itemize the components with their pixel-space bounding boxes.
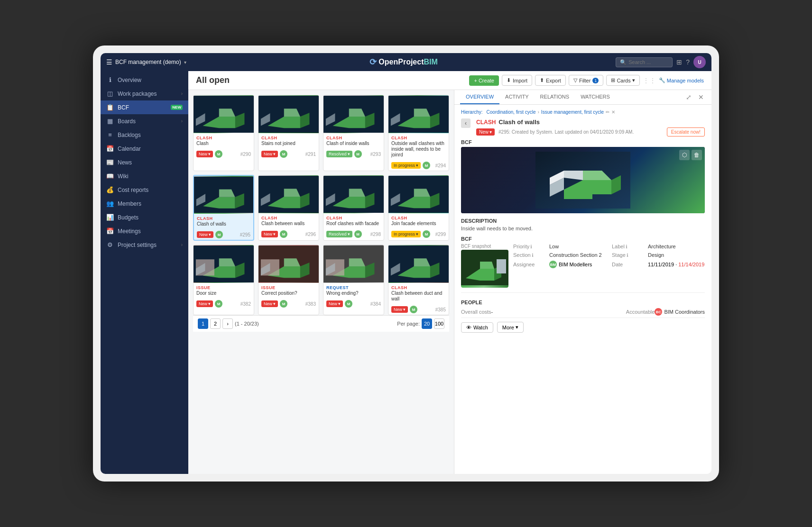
card-status[interactable]: New▾ [196, 151, 213, 157]
more-button[interactable]: More ▾ [497, 322, 524, 333]
breadcrumb-link-2[interactable]: Issue management, first cycle [541, 109, 604, 115]
bcf-3d-button[interactable]: ⬡ [679, 150, 690, 160]
breadcrumb-edit-icon[interactable]: ✏ [606, 109, 609, 115]
cards-button[interactable]: ⊞ Cards ▾ [606, 75, 639, 86]
priority-label: Priority ℹ [513, 244, 546, 249]
per-page-20[interactable]: 20 [422, 318, 432, 329]
card-img [194, 95, 254, 133]
card-status[interactable]: In progress▾ [391, 162, 421, 169]
card-299[interactable]: CLASH Join facade elements In progress▾ … [388, 175, 449, 241]
news-icon: 📰 [106, 159, 114, 166]
card-assignee: M [215, 231, 223, 238]
card-382[interactable]: ISSUE Door size New▾ M #382 [193, 245, 254, 315]
stage-info-icon[interactable]: ℹ [627, 253, 628, 258]
help-icon[interactable]: ? [686, 58, 690, 66]
avatar[interactable]: U [693, 56, 706, 68]
tab-watchers[interactable]: WATCHERS [575, 90, 616, 104]
card-status[interactable]: New▾ [326, 300, 343, 307]
grid-icon[interactable]: ⊞ [676, 58, 682, 66]
sidebar-item-cost-reports[interactable]: 💰 Cost reports [101, 183, 188, 197]
card-290[interactable]: CLASH Clash New▾ M #290 [193, 95, 254, 171]
sidebar-label-budgets: Budgets [118, 214, 183, 221]
filter-button[interactable]: ▽ Filter 1 [569, 75, 603, 86]
wiki-icon: 📖 [106, 173, 114, 180]
sidebar-item-members[interactable]: 👥 Members [101, 197, 188, 210]
card-status[interactable]: New▾ [261, 151, 278, 157]
import-button[interactable]: ⬇ Import [502, 75, 532, 86]
card-298[interactable]: CLASH Roof clashes with facade Resolved▾… [323, 175, 384, 241]
date-label: Date [612, 262, 645, 267]
breadcrumb-text: Hierarchy: [461, 109, 483, 115]
page-2-button[interactable]: 2 [210, 318, 221, 329]
sidebar-label-cost-reports: Cost reports [118, 187, 183, 193]
breadcrumb-close-icon[interactable]: ✕ [611, 109, 615, 115]
card-img-svg [258, 245, 319, 283]
create-button[interactable]: + Create [469, 75, 499, 86]
card-num: #294 [435, 163, 446, 168]
assignee-label: Assignee [513, 262, 546, 267]
close-detail-button[interactable]: ✕ [696, 92, 706, 102]
project-dropdown-icon[interactable]: ▾ [184, 60, 186, 65]
card-title: Clash [196, 141, 251, 146]
sidebar-item-bcf[interactable]: 📋 BCF NEW [101, 100, 188, 114]
card-296[interactable]: CLASH Clash between walls New▾ M #296 [258, 175, 319, 241]
import-icon: ⬇ [507, 77, 511, 83]
priority-info-icon[interactable]: ℹ [530, 244, 532, 249]
card-footer: New▾ M #296 [258, 229, 319, 239]
card-status[interactable]: New▾ [391, 306, 408, 313]
sidebar-item-boards[interactable]: ▦ Boards › [101, 114, 188, 128]
stage-value: Design [648, 252, 664, 258]
manage-icon: 🔧 [659, 77, 665, 83]
top-bar-left: ☰ BCF management (demo) ▾ [106, 58, 192, 66]
tab-relations[interactable]: RELATIONS [535, 90, 575, 104]
bcf-section-title: BCF [461, 139, 705, 145]
card-status[interactable]: In progress▾ [391, 231, 421, 237]
card-title: Outside wall clashes with inside wall, n… [391, 141, 446, 158]
detail-status-badge[interactable]: New ▾ [476, 128, 495, 136]
label-info-icon[interactable]: ℹ [626, 244, 627, 249]
sidebar-item-project-settings[interactable]: ⚙ Project settings › [101, 238, 188, 252]
card-status[interactable]: New▾ [197, 231, 213, 238]
card-294[interactable]: CLASH Outside wall clashes with inside w… [388, 95, 449, 171]
sidebar-item-budgets[interactable]: 📊 Budgets [101, 210, 188, 224]
card-293[interactable]: CLASH Clash of inside walls Resolved▾ M … [323, 95, 384, 171]
bcf-icon: 📋 [106, 104, 114, 111]
watch-button[interactable]: 👁 Watch [461, 322, 493, 333]
back-button[interactable]: ‹ [461, 118, 471, 128]
sidebar-item-work-packages[interactable]: ◫ Work packages › [101, 87, 188, 100]
card-assignee: M [354, 150, 362, 158]
escalate-button[interactable]: Escalate now! [667, 127, 705, 136]
sidebar-item-news[interactable]: 📰 News [101, 155, 188, 169]
tab-overview[interactable]: OVERVIEW [460, 90, 499, 104]
export-button[interactable]: ⬆ Export [535, 75, 566, 86]
manage-models-button[interactable]: 🔧 Manage models [659, 77, 704, 83]
card-status[interactable]: Resolved▾ [326, 231, 352, 237]
breadcrumb-link-1[interactable]: Coordination, first cycle [487, 109, 536, 115]
card-img-svg [194, 95, 254, 133]
card-status[interactable]: New▾ [261, 231, 278, 237]
section-info-icon[interactable]: ℹ [532, 253, 534, 258]
per-page-100[interactable]: 100 [434, 318, 444, 329]
card-383[interactable]: ISSUE Correct position? New▾ M #383 [258, 245, 319, 315]
card-384[interactable]: REQUEST Wrong ending? New▾ M #384 [323, 245, 384, 315]
page-1-button[interactable]: 1 [198, 318, 208, 329]
sidebar-item-meetings[interactable]: 📅 Meetings [101, 224, 188, 238]
card-291[interactable]: CLASH Stairs not joined New▾ M #291 [258, 95, 319, 171]
card-status[interactable]: New▾ [196, 300, 213, 307]
sidebar-item-overview[interactable]: ℹ Overview [101, 73, 188, 87]
card-assignee: M [423, 230, 430, 238]
search-input[interactable] [628, 59, 671, 65]
card-295[interactable]: CLASH Clash of walls New▾ M #295 [193, 175, 254, 241]
sidebar-item-backlogs[interactable]: ≡ Backlogs [101, 128, 188, 142]
card-status[interactable]: New▾ [261, 300, 278, 307]
sidebar-item-calendar[interactable]: 📅 Calendar [101, 142, 188, 155]
hamburger-icon[interactable]: ☰ [106, 58, 112, 66]
next-page-button[interactable]: › [222, 318, 233, 329]
search-box: 🔍 [616, 57, 673, 67]
bcf-delete-button[interactable]: 🗑 [692, 150, 702, 160]
card-status[interactable]: Resolved▾ [326, 151, 352, 157]
tab-activity[interactable]: ACTIVITY [499, 90, 535, 104]
card-385[interactable]: CLASH Clash between duct and wall New▾ M… [388, 245, 449, 315]
expand-detail-button[interactable]: ⤢ [684, 92, 693, 102]
sidebar-item-wiki[interactable]: 📖 Wiki [101, 169, 188, 183]
